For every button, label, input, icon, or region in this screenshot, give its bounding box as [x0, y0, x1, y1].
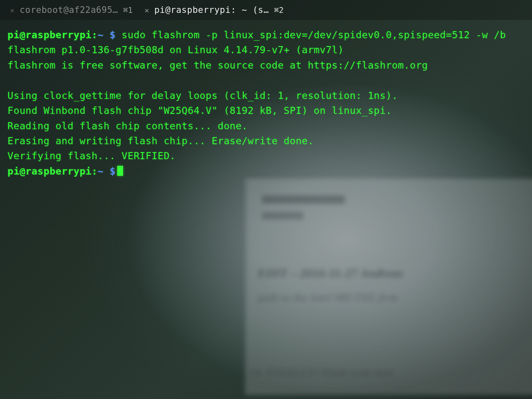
- output-line: Found Winbond flash chip "W25Q64.V" (819…: [7, 105, 392, 116]
- output-line: Using clock_gettime for delay loops (clk…: [7, 90, 398, 101]
- output-line: flashrom p1.0-136-g7fb508d on Linux 4.14…: [7, 44, 344, 56]
- prompt-cwd: ~: [98, 165, 103, 177]
- close-icon[interactable]: ✕: [10, 6, 15, 15]
- ghost-text: 14. FINALLY! Flash your new: [249, 366, 394, 379]
- terminal-tab-raspberrypi[interactable]: ✕ pi@raspberrypi: ~ (s… ⌘2: [139, 3, 290, 17]
- output-line: flashrom is free software, get the sourc…: [7, 59, 428, 71]
- prompt-sep: :: [91, 29, 97, 41]
- close-icon[interactable]: ✕: [145, 6, 149, 15]
- prompt-cwd: ~: [98, 29, 103, 41]
- ghost-text: EDIT – 2016-11-27 Andreas: [258, 266, 403, 280]
- command-text: sudo flashrom -p linux_spi:dev=/dev/spid…: [122, 29, 506, 41]
- background-page-bleedthrough: EDIT – 2016-11-27 Andreas path to the In…: [175, 179, 532, 399]
- prompt-sigil: $: [110, 29, 116, 41]
- tab-shortcut: ⌘2: [274, 5, 284, 15]
- tab-title: pi@raspberrypi: ~ (s…: [154, 5, 269, 15]
- ghost-bar: [262, 212, 303, 219]
- terminal-tab-coreboot[interactable]: ✕ coreboot@af22a695… ⌘1: [4, 3, 139, 17]
- prompt-sep: :: [91, 165, 97, 177]
- output-line: Verifying flash... VERIFIED.: [7, 150, 176, 162]
- tab-title: coreboot@af22a695…: [20, 5, 118, 15]
- prompt-user-host: pi@raspberrypi: [7, 29, 91, 41]
- ghost-panel: [245, 179, 532, 395]
- terminal-viewport[interactable]: pi@raspberrypi:~ $ sudo flashrom -p linu…: [0, 20, 532, 179]
- ghost-bar: [262, 195, 345, 204]
- terminal-tab-bar: ✕ coreboot@af22a695… ⌘1 ✕ pi@raspberrypi…: [0, 0, 532, 20]
- output-line: Erasing and writing flash chip... Erase/…: [7, 135, 314, 147]
- cursor-block: [117, 166, 123, 176]
- ghost-text: path to the Intel ME/TXE firm: [258, 291, 398, 304]
- output-line: Reading old flash chip contents... done.: [7, 120, 248, 132]
- prompt-sigil: $: [110, 165, 116, 177]
- prompt-user-host: pi@raspberrypi: [7, 165, 91, 177]
- tab-shortcut: ⌘1: [123, 5, 133, 15]
